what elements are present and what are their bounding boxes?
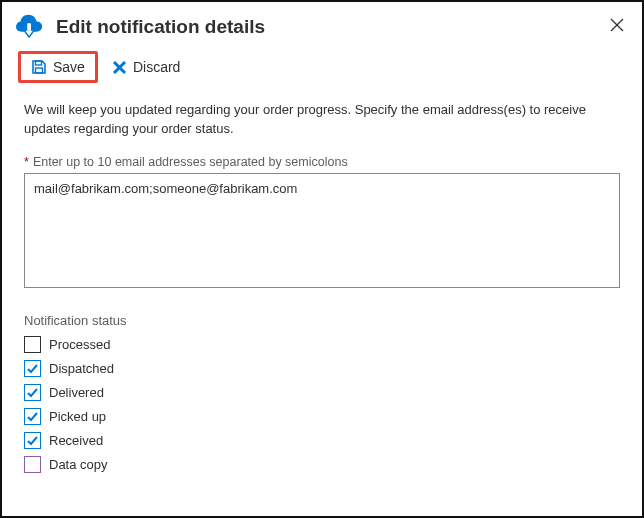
description-text: We will keep you updated regarding your … — [24, 101, 620, 139]
check-icon — [26, 362, 39, 375]
checkbox-label: Delivered — [49, 385, 104, 400]
edit-notification-panel: Edit notification details Save — [0, 0, 644, 518]
status-row: Processed — [24, 336, 620, 353]
svg-rect-0 — [27, 23, 31, 31]
notification-status-list: ProcessedDispatchedDeliveredPicked upRec… — [24, 336, 620, 473]
status-row: Delivered — [24, 384, 620, 401]
panel-title: Edit notification details — [56, 16, 606, 38]
status-row: Dispatched — [24, 360, 620, 377]
email-field-label: *Enter up to 10 email addresses separate… — [24, 155, 620, 169]
checkbox[interactable] — [24, 336, 41, 353]
checkbox-label: Dispatched — [49, 361, 114, 376]
checkbox-label: Picked up — [49, 409, 106, 424]
checkbox[interactable] — [24, 432, 41, 449]
toolbar: Save Discard — [2, 47, 642, 91]
status-row: Received — [24, 432, 620, 449]
checkbox-label: Processed — [49, 337, 110, 352]
panel-header: Edit notification details — [2, 2, 642, 47]
checkbox[interactable] — [24, 384, 41, 401]
checkbox[interactable] — [24, 360, 41, 377]
checkbox[interactable] — [24, 456, 41, 473]
panel-content: We will keep you updated regarding your … — [2, 91, 642, 473]
discard-button[interactable]: Discard — [102, 54, 190, 80]
required-indicator: * — [24, 155, 29, 169]
discard-label: Discard — [133, 59, 180, 75]
check-icon — [26, 410, 39, 423]
email-input[interactable] — [24, 173, 620, 288]
save-label: Save — [53, 59, 85, 75]
save-icon — [31, 59, 47, 75]
check-icon — [26, 434, 39, 447]
close-icon — [610, 18, 624, 32]
check-icon — [26, 386, 39, 399]
checkbox-label: Received — [49, 433, 103, 448]
cloud-import-icon — [16, 13, 44, 41]
save-button[interactable]: Save — [18, 51, 98, 83]
status-row: Data copy — [24, 456, 620, 473]
discard-icon — [112, 60, 127, 75]
checkbox[interactable] — [24, 408, 41, 425]
checkbox-label: Data copy — [49, 457, 108, 472]
notification-status-label: Notification status — [24, 313, 620, 328]
close-button[interactable] — [606, 12, 628, 41]
svg-rect-5 — [36, 61, 42, 65]
status-row: Picked up — [24, 408, 620, 425]
